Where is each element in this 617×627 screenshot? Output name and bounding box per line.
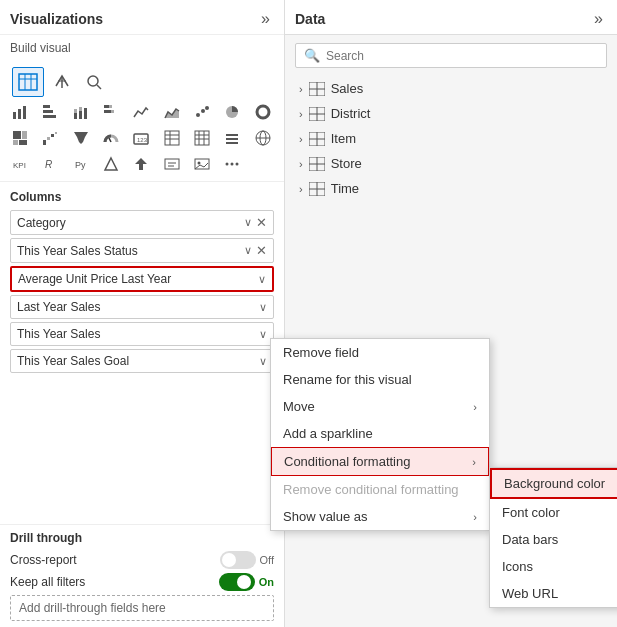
viz-table2-icon[interactable]: [158, 125, 186, 151]
menu-item-conditional-formatting[interactable]: Conditional formatting ›: [271, 447, 489, 476]
submenu-item-font-color[interactable]: Font color: [490, 499, 617, 526]
svg-rect-14: [74, 113, 77, 119]
tree-chevron-item: ›: [299, 133, 303, 145]
search-input[interactable]: [326, 49, 598, 63]
svg-rect-37: [55, 132, 57, 134]
svg-point-65: [198, 162, 201, 165]
viz-drill-icon[interactable]: [48, 69, 76, 95]
viz-slicer-icon[interactable]: [218, 125, 246, 151]
viz-bar-icon[interactable]: [6, 99, 34, 125]
svg-point-68: [236, 163, 239, 166]
data-title: Data: [295, 11, 325, 27]
viz-area-icon[interactable]: [158, 99, 186, 125]
field-close-sales-status[interactable]: ✕: [256, 243, 267, 258]
sales-table-icon: [309, 82, 325, 96]
search-box: 🔍: [295, 43, 607, 68]
svg-rect-42: [165, 131, 179, 145]
item-table-icon: [309, 132, 325, 146]
menu-item-show-value-as[interactable]: Show value as ›: [271, 503, 489, 530]
keep-filters-toggle[interactable]: [219, 573, 255, 591]
field-actions-this-year: ∨: [259, 328, 267, 341]
cross-report-toggle[interactable]: [220, 551, 256, 569]
viz-hbar-icon[interactable]: [36, 99, 64, 125]
viz-gauge-icon[interactable]: [97, 125, 125, 151]
store-table-icon: [309, 157, 325, 171]
svg-rect-11: [43, 105, 50, 108]
svg-rect-22: [111, 110, 114, 113]
submenu-item-icons[interactable]: Icons: [490, 553, 617, 580]
field-row-category[interactable]: Category ∨ ✕: [10, 210, 274, 235]
drill-add-field[interactable]: Add drill-through fields here: [10, 595, 274, 621]
viz-shape-icon[interactable]: [97, 151, 125, 177]
svg-rect-53: [226, 142, 238, 144]
viz-icons-row1: [6, 99, 278, 125]
viz-python-icon[interactable]: Py: [67, 151, 95, 177]
viz-pie-icon[interactable]: [218, 99, 246, 125]
field-chevron-avg-price[interactable]: ∨: [258, 273, 266, 286]
field-row-this-year-goal[interactable]: This Year Sales Goal ∨: [10, 349, 274, 373]
field-close-category[interactable]: ✕: [256, 215, 267, 230]
tree-item-district[interactable]: › District: [295, 101, 607, 126]
panel-header: Visualizations »: [0, 0, 284, 35]
menu-item-sparkline[interactable]: Add a sparkline: [271, 420, 489, 447]
viz-kpi-icon[interactable]: KPI: [6, 151, 34, 177]
viz-r-icon[interactable]: R: [36, 151, 64, 177]
panel-collapse-button[interactable]: »: [257, 8, 274, 30]
svg-text:R: R: [45, 159, 52, 170]
field-chevron-last-year[interactable]: ∨: [259, 301, 267, 314]
submenu-item-web-url[interactable]: Web URL: [490, 580, 617, 607]
field-chevron-this-year-goal[interactable]: ∨: [259, 355, 267, 368]
viz-map-icon[interactable]: [249, 125, 277, 151]
tree-item-item[interactable]: › Item: [295, 126, 607, 151]
field-chevron-this-year[interactable]: ∨: [259, 328, 267, 341]
viz-treemap-icon[interactable]: [6, 125, 34, 151]
viz-funnel-icon[interactable]: [67, 125, 95, 151]
svg-point-6: [88, 76, 98, 86]
svg-rect-31: [22, 131, 27, 139]
viz-arrow-icon[interactable]: [127, 151, 155, 177]
keep-filters-row: Keep all filters On: [10, 573, 274, 591]
viz-table-icon[interactable]: [12, 67, 44, 97]
viz-hstack-icon[interactable]: [97, 99, 125, 125]
field-row-avg-price[interactable]: Average Unit Price Last Year ∨: [10, 266, 274, 292]
field-chevron-category[interactable]: ∨: [244, 216, 252, 229]
viz-waterfall-icon[interactable]: [36, 125, 64, 151]
field-actions-last-year: ∨: [259, 301, 267, 314]
field-chevron-sales-status[interactable]: ∨: [244, 244, 252, 257]
svg-rect-13: [43, 115, 56, 118]
viz-card-icon[interactable]: 123: [127, 125, 155, 151]
viz-matrix-icon[interactable]: [188, 125, 216, 151]
viz-scatter-icon[interactable]: [188, 99, 216, 125]
visualizations-panel: Visualizations » Build visual: [0, 0, 285, 627]
viz-image-icon[interactable]: [188, 151, 216, 177]
tree-item-time[interactable]: › Time: [295, 176, 607, 201]
tree-item-sales[interactable]: › Sales: [295, 76, 607, 101]
viz-icons-section: 123 KPI R Py: [0, 59, 284, 182]
viz-stack-icon[interactable]: [67, 99, 95, 125]
svg-rect-9: [18, 109, 21, 119]
field-row-last-year[interactable]: Last Year Sales ∨: [10, 295, 274, 319]
field-row-sales-status[interactable]: This Year Sales Status ∨ ✕: [10, 238, 274, 263]
data-collapse-button[interactable]: »: [590, 8, 607, 30]
tree-item-store[interactable]: › Store: [295, 151, 607, 176]
viz-textbox-icon[interactable]: [158, 151, 186, 177]
viz-more-icon[interactable]: [218, 151, 246, 177]
viz-donut-icon[interactable]: [249, 99, 277, 125]
svg-point-24: [196, 113, 200, 117]
menu-chevron-cond-fmt: ›: [472, 456, 476, 468]
viz-search-icon[interactable]: [80, 69, 108, 95]
keep-filters-label: Keep all filters: [10, 575, 85, 589]
context-menu-secondary: Background color Font color Data bars Ic…: [489, 467, 617, 608]
menu-item-rename[interactable]: Rename for this visual: [271, 366, 489, 393]
menu-chevron-move: ›: [473, 401, 477, 413]
drillthrough-title: Drill through: [10, 531, 274, 545]
submenu-item-data-bars[interactable]: Data bars: [490, 526, 617, 553]
menu-item-remove-field[interactable]: Remove field: [271, 339, 489, 366]
svg-rect-15: [74, 109, 77, 113]
field-row-this-year[interactable]: This Year Sales ∨: [10, 322, 274, 346]
viz-line-icon[interactable]: [127, 99, 155, 125]
panel-title: Visualizations: [10, 11, 103, 27]
district-table-icon: [309, 107, 325, 121]
submenu-item-background-color[interactable]: Background color: [490, 468, 617, 499]
menu-item-move[interactable]: Move ›: [271, 393, 489, 420]
